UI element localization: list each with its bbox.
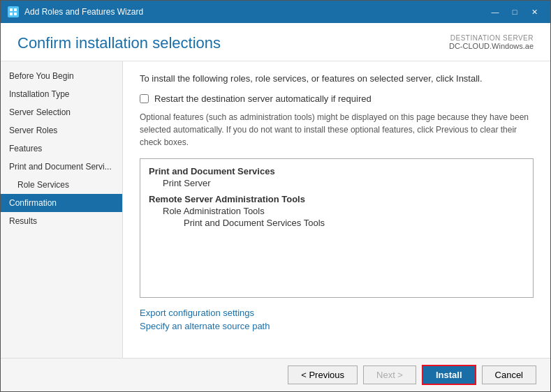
destination-label: DESTINATION SERVER [449,34,534,42]
sidebar-item-server-roles[interactable]: Server Roles [1,121,122,140]
previous-button[interactable]: < Previous [288,365,358,384]
sidebar-item-role-services[interactable]: Role Services [1,176,122,194]
alternate-source-row: Specify an alternate source path [140,321,534,331]
sidebar: Before You Begin Installation Type Serve… [1,61,123,358]
optional-text: Optional features (such as administratio… [140,111,534,149]
window-title: Add Roles and Features Wizard [24,7,486,17]
minimize-button[interactable]: — [486,5,504,19]
sidebar-item-print-doc-services[interactable]: Print and Document Servi... [1,158,122,176]
content-panel: To install the following roles, role ser… [123,61,550,358]
title-bar: Add Roles and Features Wizard — □ ✕ [1,1,550,23]
next-button[interactable]: Next > [363,365,416,384]
svg-rect-0 [10,8,13,11]
content-area: Confirm installation selections DESTINAT… [1,23,550,358]
export-config-row: Export configuration settings [140,308,534,318]
alternate-source-link[interactable]: Specify an alternate source path [140,321,270,331]
category-remote-admin: Remote Server Administration Tools [149,194,524,204]
svg-rect-2 [10,13,13,15]
export-config-link[interactable]: Export configuration settings [140,308,254,318]
cancel-button[interactable]: Cancel [482,365,536,384]
close-button[interactable]: ✕ [525,5,543,19]
destination-server-info: DESTINATION SERVER DC-CLOUD.Windows.ae [449,34,534,50]
sidebar-item-features[interactable]: Features [1,140,122,158]
install-button[interactable]: Install [422,365,476,385]
restart-checkbox-row: Restart the destination server automatic… [140,93,534,104]
window-controls: — □ ✕ [486,5,543,19]
svg-rect-1 [14,8,17,11]
sidebar-item-results[interactable]: Results [1,212,122,230]
sidebar-item-before-you-begin[interactable]: Before You Begin [1,67,122,85]
install-list-box: Print and Document Services Print Server… [140,158,534,298]
item-print-doc-services-tools: Print and Document Services Tools [149,218,524,228]
footer-bar: < Previous Next > Install Cancel [1,358,550,391]
category-print-doc: Print and Document Services [149,166,524,176]
page-title: Confirm installation selections [17,34,221,52]
main-area: Before You Begin Installation Type Serve… [1,61,550,358]
restart-checkbox-label[interactable]: Restart the destination server automatic… [154,93,372,104]
sidebar-item-installation-type[interactable]: Installation Type [1,85,122,103]
info-text: To install the following roles, role ser… [140,73,534,85]
maximize-button[interactable]: □ [506,5,524,19]
window-icon [8,6,19,17]
item-role-admin-tools: Role Administration Tools [149,206,524,216]
svg-rect-3 [14,13,17,15]
sidebar-item-server-selection[interactable]: Server Selection [1,103,122,121]
main-window: Add Roles and Features Wizard — □ ✕ Conf… [0,0,551,392]
restart-checkbox[interactable] [140,94,149,103]
item-print-server: Print Server [149,178,524,188]
header-bar: Confirm installation selections DESTINAT… [1,23,550,61]
destination-server-name: DC-CLOUD.Windows.ae [449,42,534,50]
sidebar-item-confirmation[interactable]: Confirmation [1,194,122,212]
